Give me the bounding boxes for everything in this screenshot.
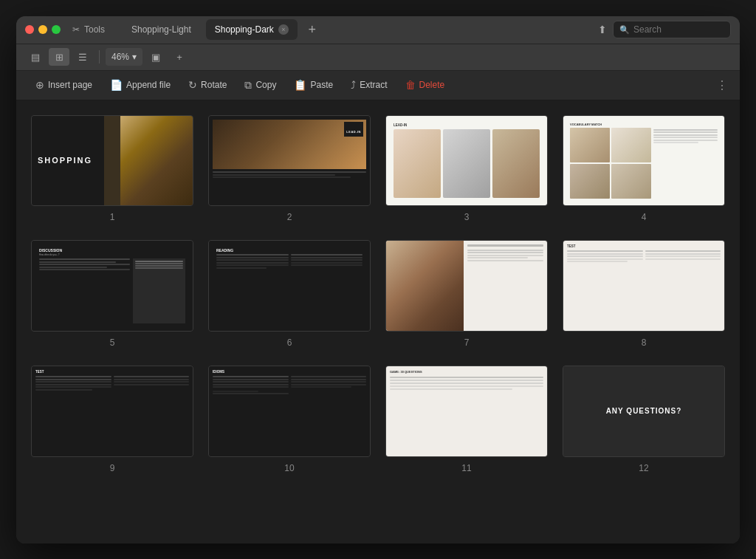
tab-shopping-dark-label: Shopping-Dark <box>215 24 274 35</box>
zoom-level-button[interactable]: 46% ▾ <box>106 48 142 66</box>
slide-6: READING <box>209 241 370 331</box>
grid-view-button[interactable]: ⊞ <box>49 48 69 66</box>
page-item[interactable]: DISCUSSION How often do you...? <box>31 240 193 348</box>
page-thumbnail[interactable]: VOCABULARY MATCH <box>563 115 725 207</box>
rotate-label: Rotate <box>201 80 227 90</box>
page-number: 10 <box>284 463 294 473</box>
extract-icon: ⤴ <box>351 79 356 91</box>
page-thumbnail[interactable]: DISCUSSION How often do you...? <box>31 240 193 332</box>
page-thumbnail[interactable]: LEAD-IN <box>385 115 548 207</box>
page-item[interactable]: VOCABULARY MATCH <box>563 115 725 223</box>
append-file-icon: 📄 <box>110 79 123 91</box>
page-thumbnail[interactable]: TEST <box>31 366 193 457</box>
insert-page-icon: ⊕ <box>35 79 44 91</box>
slide-12: ANY QUESTIONS? <box>563 366 724 456</box>
scissors-icon: ✂ <box>72 24 80 35</box>
page-number: 9 <box>110 463 115 473</box>
zoom-value: 46% <box>111 52 129 62</box>
page-number: 6 <box>287 337 292 348</box>
search-input[interactable] <box>633 24 724 35</box>
page-item[interactable]: LEAD-IN 2 <box>208 115 371 223</box>
zoom-fit-button[interactable]: ▣ <box>145 48 166 66</box>
page-item[interactable]: GAME: 30 QUESTIONS 11 <box>385 366 548 473</box>
append-file-label: Append file <box>126 80 171 90</box>
page-thumbnail[interactable]: IDIOMS <box>208 366 371 457</box>
slide-8: TEST <box>563 241 724 331</box>
toolbar-top: ▤ ⊞ ☰ 46% ▾ ▣ + <box>16 44 740 71</box>
pages-container: SHOPPING 1 LEAD-I <box>16 100 740 543</box>
tab-shopping-dark[interactable]: Shopping-Dark × <box>206 19 298 40</box>
app-window: ✂ Tools Shopping-Light Shopping-Dark × +… <box>16 16 740 543</box>
traffic-lights <box>25 25 61 34</box>
tools-label: Tools <box>84 24 105 35</box>
page-number: 2 <box>287 212 292 222</box>
copy-label: Copy <box>255 80 276 90</box>
page-thumbnail[interactable] <box>385 240 548 332</box>
slide-12-text: ANY QUESTIONS? <box>606 407 682 415</box>
rotate-icon: ↻ <box>188 79 197 91</box>
list-view-button[interactable]: ☰ <box>72 48 93 66</box>
page-thumbnail[interactable]: READING <box>208 240 371 332</box>
maximize-button[interactable] <box>52 25 61 34</box>
copy-icon: ⧉ <box>244 79 252 92</box>
slide-4: VOCABULARY MATCH <box>563 116 724 206</box>
page-number: 8 <box>642 337 647 348</box>
page-item[interactable]: LEAD-IN 3 <box>385 115 548 223</box>
page-item[interactable]: READING <box>208 240 371 348</box>
page-number: 1 <box>110 212 115 222</box>
page-item[interactable]: IDIOMS <box>208 366 371 473</box>
page-thumbnail[interactable]: LEAD-IN <box>208 115 371 207</box>
search-icon: 🔍 <box>619 25 630 35</box>
trash-icon: 🗑 <box>405 79 416 91</box>
page-thumbnail[interactable]: ANY QUESTIONS? <box>563 366 725 457</box>
slide-1: SHOPPING <box>32 116 193 206</box>
page-item[interactable]: TEST <box>563 240 725 348</box>
share-button[interactable]: ⬆ <box>598 24 607 35</box>
paste-label: Paste <box>310 80 333 90</box>
delete-button[interactable]: 🗑 Delete <box>398 73 453 97</box>
tools-menu[interactable]: ✂ Tools <box>72 24 105 35</box>
page-item[interactable]: 7 <box>385 240 548 348</box>
page-number: 12 <box>639 463 648 473</box>
extract-button[interactable]: ⤴ Extract <box>343 73 394 97</box>
chevron-down-icon: ▾ <box>132 52 137 62</box>
page-item[interactable]: SHOPPING 1 <box>31 115 193 223</box>
new-tab-button[interactable]: + <box>303 21 321 38</box>
titlebar: ✂ Tools Shopping-Light Shopping-Dark × +… <box>16 16 740 44</box>
slide-7 <box>386 241 547 331</box>
minimize-button[interactable] <box>38 25 47 34</box>
paste-button[interactable]: 📋 Paste <box>286 73 340 97</box>
slide-3: LEAD-IN <box>386 116 547 206</box>
page-number: 5 <box>110 337 115 348</box>
page-thumbnail[interactable]: GAME: 30 QUESTIONS <box>385 366 548 457</box>
zoom-in-button[interactable]: + <box>169 48 190 66</box>
extract-label: Extract <box>360 80 387 90</box>
insert-page-button[interactable]: ⊕ Insert page <box>28 73 100 97</box>
page-number: 3 <box>464 212 470 222</box>
page-item[interactable]: ANY QUESTIONS? 12 <box>563 366 725 473</box>
page-item[interactable]: TEST <box>31 366 193 473</box>
page-thumbnail[interactable]: TEST <box>563 240 725 332</box>
delete-label: Delete <box>419 80 445 90</box>
page-number: 4 <box>642 212 647 222</box>
slide-2: LEAD-IN <box>209 116 370 206</box>
rotate-button[interactable]: ↻ Rotate <box>181 73 234 97</box>
more-options-icon[interactable]: ⋮ <box>716 78 728 92</box>
slide-11: GAME: 30 QUESTIONS <box>386 366 547 456</box>
copy-button[interactable]: ⧉ Copy <box>237 73 284 97</box>
tab-shopping-light[interactable]: Shopping-Light <box>123 19 200 40</box>
slide-10: IDIOMS <box>209 366 370 456</box>
close-button[interactable] <box>25 25 34 34</box>
separator-1 <box>99 50 100 64</box>
paste-icon: 📋 <box>294 79 306 91</box>
toolbar-actions: ⊕ Insert page 📄 Append file ↻ Rotate ⧉ C… <box>16 71 740 100</box>
page-thumbnail[interactable]: SHOPPING <box>31 115 193 207</box>
insert-page-label: Insert page <box>48 80 92 90</box>
append-file-button[interactable]: 📄 Append file <box>103 73 178 97</box>
page-number: 7 <box>464 337 470 348</box>
slide-5: DISCUSSION How often do you...? <box>32 241 193 331</box>
search-box[interactable]: 🔍 <box>613 21 731 38</box>
tab-close-icon[interactable]: × <box>278 24 289 35</box>
sidebar-toggle-button[interactable]: ▤ <box>25 48 46 66</box>
slide-9: TEST <box>32 366 193 456</box>
